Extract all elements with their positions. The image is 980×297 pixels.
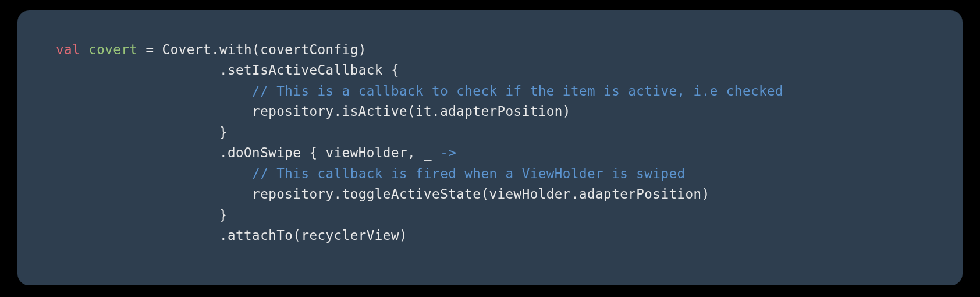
code-line: repository.isActive(it.adapterPosition): [56, 101, 933, 122]
code-token: .doOnSwipe { viewHolder, _: [56, 145, 440, 160]
code-token: [56, 83, 252, 98]
code-line: .setIsActiveCallback {: [56, 60, 933, 80]
code-token: [80, 42, 88, 57]
code-token: // This is a callback to check if the it…: [252, 83, 783, 98]
code-token: repository.isActive(it.adapterPosition): [56, 104, 571, 119]
code-token: [137, 42, 145, 57]
code-token: }: [56, 125, 228, 140]
code-token: val: [56, 42, 80, 57]
code-line: }: [56, 205, 933, 225]
code-token: =: [146, 42, 154, 57]
code-token: }: [56, 207, 228, 222]
code-token: .setIsActiveCallback {: [56, 62, 399, 77]
code-token: // This callback is fired when a ViewHol…: [252, 166, 685, 181]
code-token: .attachTo(recyclerView): [56, 228, 407, 243]
code-lines-container: val covert = Covert.with(covertConfig) .…: [56, 40, 933, 246]
code-line: // This callback is fired when a ViewHol…: [56, 164, 933, 184]
code-token: [56, 166, 252, 181]
code-line: .doOnSwipe { viewHolder, _ ->: [56, 143, 933, 163]
code-line: repository.toggleActiveState(viewHolder.…: [56, 184, 933, 204]
code-line: // This is a callback to check if the it…: [56, 81, 933, 101]
code-line: val covert = Covert.with(covertConfig): [56, 40, 933, 60]
code-token: Covert.with(covertConfig): [154, 42, 367, 57]
code-token: covert: [88, 42, 137, 57]
code-token: repository.toggleActiveState(viewHolder.…: [56, 186, 710, 201]
code-line: .attachTo(recyclerView): [56, 225, 933, 246]
code-line: }: [56, 122, 933, 143]
code-snippet: val covert = Covert.with(covertConfig) .…: [17, 10, 963, 285]
code-token: ->: [440, 145, 456, 160]
